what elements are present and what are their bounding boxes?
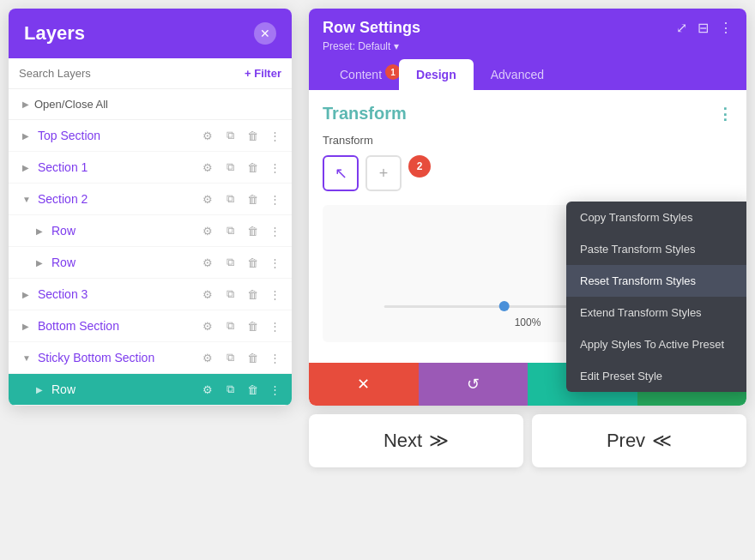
split-icon[interactable]: ⊟ <box>698 20 709 36</box>
gear-icon[interactable]: ⚙ <box>199 286 216 303</box>
context-menu-paste[interactable]: Paste Transform Styles <box>566 233 746 265</box>
layer-toggle: ▶ <box>22 131 33 141</box>
prev-icon: ≪ <box>652 430 672 452</box>
trash-icon[interactable]: 🗑 <box>244 349 261 366</box>
cancel-button[interactable]: ✕ <box>309 363 419 406</box>
layer-toggle: ▶ <box>36 258 46 268</box>
copy-icon[interactable]: ⧉ <box>221 254 239 271</box>
dots-icon[interactable]: ⋮ <box>266 317 283 334</box>
badge-2: 2 <box>408 155 431 178</box>
transform-heading: Transform ⋮ <box>323 104 733 123</box>
tab-content[interactable]: Content 1 <box>323 59 399 90</box>
gear-icon[interactable]: ⚙ <box>199 127 216 144</box>
gear-icon[interactable]: ⚙ <box>199 317 216 334</box>
context-menu-extend[interactable]: Extend Transform Styles <box>566 297 746 328</box>
gear-icon[interactable]: ⚙ <box>199 222 216 239</box>
layers-header: Layers ✕ <box>9 9 292 58</box>
layer-item-row-2[interactable]: ▶ Row ⚙ ⧉ 🗑 ⋮ <box>9 247 292 279</box>
gear-icon[interactable]: ⚙ <box>199 159 216 176</box>
layer-name: Row <box>51 224 194 238</box>
layer-name: Top Section <box>38 129 194 142</box>
layer-name: Sticky Bottom Section <box>38 351 194 364</box>
context-menu-apply[interactable]: Apply Styles To Active Preset <box>566 328 746 360</box>
gear-icon[interactable]: ⚙ <box>199 190 216 208</box>
dots-icon[interactable]: ⋮ <box>266 349 283 366</box>
row-settings-panel: Row Settings ⤢ ⊟ ⋮ Preset: Default ▾ Con… <box>309 9 746 406</box>
layer-item-sticky-bottom[interactable]: ▼ Sticky Bottom Section ⚙ ⧉ 🗑 ⋮ <box>9 342 292 374</box>
trash-icon[interactable]: 🗑 <box>244 190 261 208</box>
preset-label: Preset: Default ▾ <box>323 40 733 52</box>
search-input[interactable] <box>19 67 238 80</box>
layer-item-section-2[interactable]: ▼ Section 2 ⚙ ⧉ 🗑 ⋮ <box>9 184 292 215</box>
layer-name: Bottom Section <box>38 319 194 333</box>
layer-item-section-3[interactable]: ▶ Section 3 ⚙ ⧉ 🗑 ⋮ <box>9 279 292 310</box>
tabs-bar: Content 1 Design Advanced <box>323 59 733 90</box>
copy-icon[interactable]: ⧉ <box>221 349 239 366</box>
layer-toggle: ▶ <box>22 290 33 299</box>
layer-toggle: ▼ <box>22 195 33 204</box>
layers-close-button[interactable]: ✕ <box>254 22 276 45</box>
canvas-label-bottom: 100% <box>515 316 541 328</box>
trash-icon[interactable]: 🗑 <box>244 159 261 176</box>
dots-icon[interactable]: ⋮ <box>266 381 283 398</box>
layers-panel: Layers ✕ + Filter Open/Close All ▶ Top S… <box>9 9 292 406</box>
dots-icon[interactable]: ⋮ <box>266 159 283 176</box>
layer-item-bottom-section[interactable]: ▶ Bottom Section ⚙ ⧉ 🗑 ⋮ <box>9 310 292 342</box>
copy-icon[interactable]: ⧉ <box>221 286 239 303</box>
tab-advanced[interactable]: Advanced <box>474 59 561 90</box>
settings-body: Transform ⋮ Transform ↖ + 2 100% 🔗 <box>309 90 746 363</box>
copy-icon[interactable]: ⧉ <box>221 159 239 176</box>
dots-icon[interactable]: ⋮ <box>266 222 283 239</box>
dots-icon[interactable]: ⋮ <box>266 190 283 208</box>
dots-icon[interactable]: ⋮ <box>266 254 283 271</box>
trash-icon[interactable]: 🗑 <box>244 317 261 334</box>
transform-arrow-btn[interactable]: ↖ <box>323 155 359 191</box>
filter-button[interactable]: + Filter <box>245 67 281 80</box>
layer-toggle: ▼ <box>22 353 33 363</box>
open-close-all[interactable]: Open/Close All <box>9 89 292 120</box>
copy-icon[interactable]: ⧉ <box>221 317 239 334</box>
settings-title: Row Settings <box>323 19 420 37</box>
layers-title: Layers <box>24 22 85 45</box>
layer-name: Row <box>51 382 194 396</box>
canvas-slider-dot <box>499 301 510 311</box>
undo-button[interactable]: ↺ <box>419 363 528 406</box>
context-menu-copy[interactable]: Copy Transform Styles <box>566 202 746 233</box>
layer-item-top-section[interactable]: ▶ Top Section ⚙ ⧉ 🗑 ⋮ <box>9 120 292 152</box>
gear-icon[interactable]: ⚙ <box>199 381 216 398</box>
layer-item-row-1[interactable]: ▶ Row ⚙ ⧉ 🗑 ⋮ <box>9 215 292 247</box>
copy-icon[interactable]: ⧉ <box>221 222 239 239</box>
trash-icon[interactable]: 🗑 <box>244 286 261 303</box>
transform-label: Transform <box>323 134 733 147</box>
context-menu-edit[interactable]: Edit Preset Style <box>566 360 746 392</box>
copy-icon[interactable]: ⧉ <box>221 381 239 398</box>
gear-icon[interactable]: ⚙ <box>199 254 216 271</box>
dots-icon[interactable]: ⋮ <box>266 127 283 144</box>
copy-icon[interactable]: ⧉ <box>221 190 239 208</box>
dots-icon[interactable]: ⋮ <box>266 286 283 303</box>
right-panel: Row Settings ⤢ ⊟ ⋮ Preset: Default ▾ Con… <box>309 9 746 467</box>
trash-icon[interactable]: 🗑 <box>244 254 261 271</box>
layer-name: Section 1 <box>38 160 194 174</box>
layer-item-section-1[interactable]: ▶ Section 1 ⚙ ⧉ 🗑 ⋮ <box>9 152 292 184</box>
gear-icon[interactable]: ⚙ <box>199 349 216 366</box>
trash-icon[interactable]: 🗑 <box>244 127 261 144</box>
expand-icon[interactable]: ⤢ <box>676 20 687 36</box>
transform-buttons: ↖ + 2 <box>323 155 733 191</box>
prev-button[interactable]: Prev ≪ <box>532 414 746 467</box>
layer-name: Row <box>51 256 194 269</box>
transform-plus-btn[interactable]: + <box>365 155 402 191</box>
layers-search-bar: + Filter <box>9 58 292 89</box>
layer-name: Section 3 <box>38 287 194 301</box>
context-menu-reset[interactable]: Reset Transform Styles <box>566 265 746 297</box>
next-button[interactable]: Next ≫ <box>309 414 523 467</box>
layer-item-row-active[interactable]: ▶ Row ⚙ ⧉ 🗑 ⋮ <box>9 374 292 406</box>
layer-toggle: ▶ <box>22 163 33 172</box>
transform-menu-icon[interactable]: ⋮ <box>717 105 733 123</box>
more-icon[interactable]: ⋮ <box>719 20 733 36</box>
tab-design[interactable]: Design <box>399 59 474 90</box>
trash-icon[interactable]: 🗑 <box>244 381 261 398</box>
trash-icon[interactable]: 🗑 <box>244 222 261 239</box>
layer-toggle: ▶ <box>36 226 46 236</box>
copy-icon[interactable]: ⧉ <box>221 127 239 144</box>
